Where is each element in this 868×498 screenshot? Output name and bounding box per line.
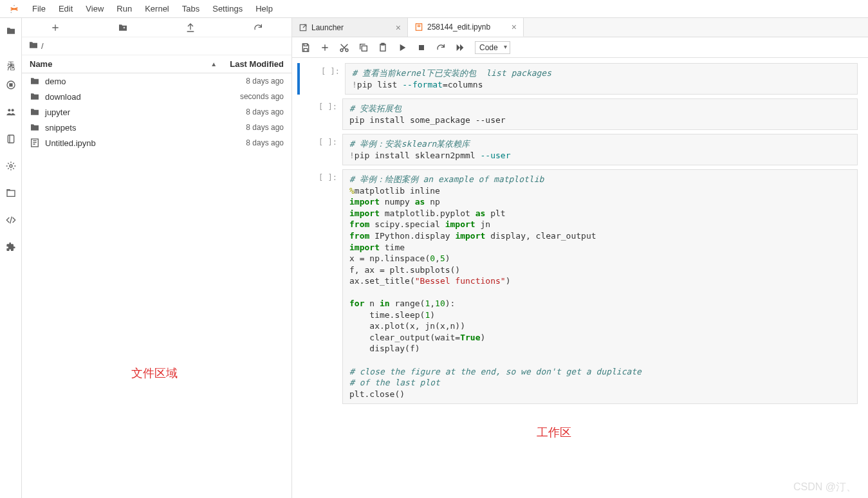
menu-settings[interactable]: Settings <box>206 1 249 16</box>
file-browser: / Name▲ Last Modified demo8 days agodown… <box>22 18 292 498</box>
notebook-icon <box>414 22 423 32</box>
svg-rect-14 <box>362 46 367 51</box>
gear-icon[interactable] <box>5 160 17 172</box>
cut-button[interactable] <box>336 40 353 55</box>
tab[interactable]: Launcher× <box>292 18 408 37</box>
menu-tabs[interactable]: Tabs <box>176 1 206 16</box>
interrupt-button[interactable] <box>413 40 430 55</box>
file-row[interactable]: demo8 days ago <box>22 73 291 89</box>
file-name: download <box>45 92 240 102</box>
file-name: demo <box>45 77 246 86</box>
svg-point-0 <box>14 5 15 6</box>
watermark: CSDN @汀、 <box>793 481 856 494</box>
close-icon[interactable]: × <box>396 23 401 33</box>
activity-bar: 天池 <box>0 18 22 498</box>
code-cell[interactable]: [ ]:# 举例：绘图案例 an example of matplotlib %… <box>297 169 858 404</box>
file-modified: 8 days ago <box>246 77 284 86</box>
svg-rect-6 <box>8 135 14 143</box>
menu-file[interactable]: File <box>26 1 52 16</box>
new-folder-button[interactable] <box>89 18 157 37</box>
jupyter-logo <box>8 3 21 15</box>
tab-label: Launcher <box>311 23 392 32</box>
close-icon[interactable]: × <box>512 22 517 32</box>
file-list-header[interactable]: Name▲ Last Modified <box>22 55 291 73</box>
upload-button[interactable] <box>157 18 225 37</box>
breadcrumb[interactable]: / <box>22 37 291 55</box>
copy-button[interactable] <box>355 40 372 55</box>
menu-kernel[interactable]: Kernel <box>138 1 176 16</box>
notebook-icon <box>30 138 40 148</box>
breadcrumb-path: / <box>41 41 44 51</box>
svg-rect-8 <box>7 190 15 196</box>
book-icon[interactable] <box>5 133 17 145</box>
file-modified: 8 days ago <box>246 123 284 132</box>
cell-source[interactable]: # 举例：绘图案例 an example of matplotlib %matp… <box>342 169 858 404</box>
col-name: Name <box>30 59 52 69</box>
code-cell[interactable]: [ ]:# 举例：安装sklearn某依赖库 !pip install skle… <box>297 134 858 165</box>
file-name: Untitled.ipynb <box>45 138 246 148</box>
contacts-icon[interactable] <box>5 106 17 118</box>
restart-run-all-button[interactable] <box>452 40 468 55</box>
code-cell[interactable]: [ ]:# 查看当前kernel下已安装的包 list packages !pi… <box>297 63 858 95</box>
svg-point-1 <box>11 12 12 13</box>
menubar: FileEditViewRunKernelTabsSettingsHelp <box>0 0 868 18</box>
svg-point-5 <box>11 109 14 111</box>
folder-icon[interactable] <box>5 24 17 37</box>
menu-help[interactable]: Help <box>249 1 279 16</box>
file-row[interactable]: Untitled.ipynb8 days ago <box>22 135 291 151</box>
cell-source[interactable]: # 安装拓展包 pip install some_package --user <box>342 98 858 130</box>
menu-edit[interactable]: Edit <box>52 1 79 16</box>
sidebar-label: 天池 <box>5 55 16 58</box>
cell-source[interactable]: # 举例：安装sklearn某依赖库 !pip install sklearn2… <box>342 134 858 165</box>
svg-rect-17 <box>419 45 424 50</box>
tabs-icon[interactable] <box>5 187 17 199</box>
sort-caret-icon: ▲ <box>210 60 217 68</box>
tab[interactable]: 258144_edit.ipynb× <box>408 18 524 37</box>
file-row[interactable]: snippets8 days ago <box>22 120 291 135</box>
folder-icon <box>30 76 40 86</box>
refresh-button[interactable] <box>224 18 291 37</box>
cell-prompt: [ ]: <box>297 134 342 165</box>
file-modified: 8 days ago <box>246 138 284 147</box>
cell-prompt: [ ]: <box>297 98 342 130</box>
save-button[interactable] <box>297 40 314 55</box>
code-icon[interactable] <box>5 214 17 226</box>
file-row[interactable]: jupyter8 days ago <box>22 104 291 120</box>
file-modified: seconds ago <box>240 92 284 101</box>
file-name: jupyter <box>45 107 246 117</box>
folder-icon <box>30 91 40 102</box>
notebook-body[interactable]: [ ]:# 查看当前kernel下已安装的包 list packages !pi… <box>292 58 868 498</box>
paste-button[interactable] <box>374 40 391 55</box>
annotation-file-area: 文件区域 <box>131 365 178 381</box>
tab-bar: Launcher×258144_edit.ipynb× <box>292 18 868 37</box>
notebook-toolbar: Code <box>292 37 868 58</box>
file-list: demo8 days agodownloadseconds agojupyter… <box>22 73 291 498</box>
folder-icon <box>30 107 40 117</box>
cell-type-select[interactable]: Code <box>475 41 510 54</box>
file-modified: 8 days ago <box>246 107 284 116</box>
insert-cell-button[interactable] <box>317 40 333 55</box>
extension-icon[interactable] <box>5 241 17 254</box>
col-modified: Last Modified <box>230 59 284 69</box>
menu-view[interactable]: View <box>79 1 110 16</box>
work-area: Launcher×258144_edit.ipynb× Code [ ]:# 查… <box>292 18 868 498</box>
code-cell[interactable]: [ ]:# 安装拓展包 pip install some_package --u… <box>297 98 858 130</box>
cell-prompt: [ ]: <box>297 169 342 404</box>
file-row[interactable]: downloadseconds ago <box>22 89 291 104</box>
restart-button[interactable] <box>432 40 449 55</box>
svg-point-7 <box>10 165 12 167</box>
new-launcher-button[interactable] <box>22 18 89 37</box>
running-icon[interactable] <box>5 78 17 91</box>
tab-label: 258144_edit.ipynb <box>427 23 508 32</box>
launch-icon <box>299 23 308 33</box>
cell-prompt: [ ]: <box>300 63 345 95</box>
run-button[interactable] <box>394 40 411 55</box>
cell-source[interactable]: # 查看当前kernel下已安装的包 list packages !pip li… <box>345 63 858 95</box>
menu-run[interactable]: Run <box>110 1 138 16</box>
annotation-work-area: 工作区 <box>537 425 571 440</box>
svg-rect-3 <box>10 84 12 86</box>
folder-icon <box>30 122 40 133</box>
file-name: snippets <box>45 123 246 133</box>
svg-point-4 <box>8 109 10 111</box>
